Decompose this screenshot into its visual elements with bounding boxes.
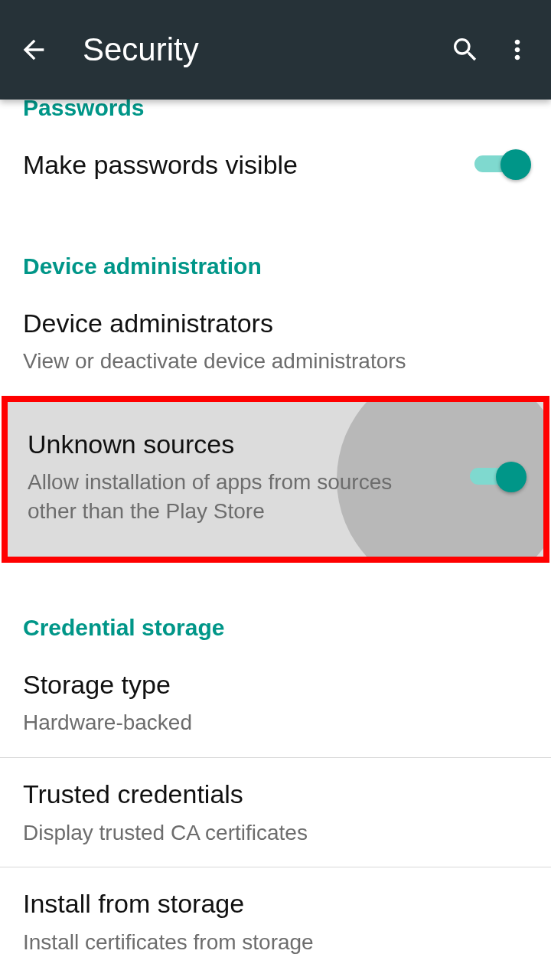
arrow-back-icon — [18, 34, 49, 65]
setting-title: Unknown sources — [28, 428, 455, 461]
highlighted-unknown-sources: Unknown sources Allow installation of ap… — [2, 396, 549, 563]
setting-title: Install from storage — [23, 887, 513, 920]
setting-subtitle: Install certificates from storage — [23, 928, 513, 957]
setting-title: Trusted credentials — [23, 778, 513, 811]
setting-title: Make passwords visible — [23, 149, 459, 181]
app-bar: Security — [0, 0, 551, 100]
toggle-thumb — [496, 462, 527, 492]
setting-title: Storage type — [23, 668, 513, 701]
setting-unknown-sources[interactable]: Unknown sources Allow installation of ap… — [8, 402, 543, 557]
search-icon — [450, 34, 481, 65]
appbar-title: Security — [83, 31, 432, 68]
toggle-thumb — [500, 149, 531, 180]
section-header-device-admin: Device administration — [0, 232, 551, 287]
section-header-credential-storage: Credential storage — [0, 593, 551, 648]
setting-make-passwords-visible[interactable]: Make passwords visible — [0, 129, 551, 201]
toggle-make-passwords-visible[interactable] — [474, 151, 528, 178]
setting-subtitle: Display trusted CA certificates — [23, 818, 513, 848]
setting-subtitle: Hardware-backed — [23, 708, 513, 737]
setting-subtitle: View or deactivate device administrators — [23, 347, 513, 376]
setting-device-administrators[interactable]: Device administrators View or deactivate… — [0, 287, 551, 396]
setting-subtitle: Allow installation of apps from sources … — [28, 468, 425, 526]
setting-trusted-credentials[interactable]: Trusted credentials Display trusted CA c… — [0, 758, 551, 867]
setting-title: Device administrators — [23, 307, 513, 340]
back-button[interactable] — [15, 31, 52, 68]
toggle-unknown-sources[interactable] — [470, 463, 523, 491]
overflow-menu-button[interactable] — [499, 31, 536, 68]
setting-storage-type[interactable]: Storage type Hardware-backed — [0, 648, 551, 757]
search-button[interactable] — [447, 31, 484, 68]
more-vert-icon — [502, 34, 533, 65]
setting-install-from-storage[interactable]: Install from storage Install certificate… — [0, 867, 551, 976]
settings-list: Passwords Make passwords visible Device … — [0, 92, 551, 977]
